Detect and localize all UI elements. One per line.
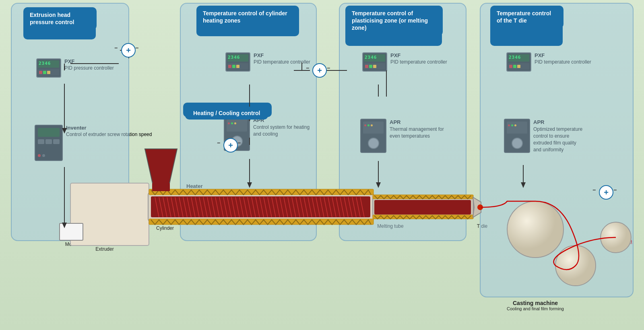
panel1-label: Extrusion head pressure control [24,7,97,30]
svg-rect-0 [11,3,129,241]
pxf4-desc: PID temperature controller [535,59,591,66]
inverter-label: Inventer Control of extruder screw rotat… [66,125,152,138]
pxf4-bottom [508,63,529,70]
apr3-unit [504,119,530,153]
svg-rect-17 [373,215,473,219]
pxf3-desc: PID temperature controller [390,59,447,66]
svg-rect-16 [373,195,473,199]
svg-rect-14 [149,189,374,195]
inverter-dots [38,154,45,157]
apr2-title: APR [390,119,450,126]
pxf-device-4: 2346 PXF PID temperature controller [506,52,591,72]
main-diagram: { "panels": { "panel1": { "label": "Extr… [0,0,644,330]
pxf2-desc: PID temperature controller [254,59,310,66]
svg-point-19 [477,204,483,210]
inverter-title: Inventer [66,125,152,132]
pxf3-screen: 2346 [362,52,387,72]
panel2-label: Temperature control of cylinder heating … [197,6,298,28]
panel4-label: Temperature control of the T die [491,6,564,28]
svg-rect-13 [374,200,471,214]
pxf1-desc: PID pressure controller [64,65,114,72]
apr2-unit [360,119,386,153]
minus-3a: − [306,65,309,71]
apr1-dots [228,122,236,124]
sum-junction-1: + [121,43,136,58]
casting-desc: Cooling and final film forming [503,306,568,311]
cylinder-label: Cylinder [149,225,181,231]
apr2-desc: Thermal management for even temperatures [390,126,450,140]
inverter-buttons [38,139,60,146]
pxf4-label: PXF PID temperature controller [535,52,591,65]
pxf1-bottom [38,69,59,76]
diagram-svg [0,0,644,330]
film-label: Film [620,237,632,244]
pxf4-title: PXF [535,52,591,59]
apr3-dots [508,124,516,126]
svg-rect-9 [70,183,149,245]
pxf-device-2: 2346 PXF PID temperature controller [225,52,310,72]
apr3-desc: Optimized temperature control to ensure … [533,126,586,153]
heating-cooling-label: Heating / Cooling control [185,107,268,120]
pxf3-bottom [364,63,385,70]
svg-rect-15 [149,219,374,225]
pxf3-digits: 2346 [365,55,377,60]
sum-junction-3: + [312,63,327,78]
pxf4-digits: 2346 [509,55,521,60]
svg-marker-29 [62,223,67,228]
apr3-label: APR Optimized temperature control to ens… [533,119,586,153]
svg-rect-12 [151,196,370,217]
svg-point-23 [507,201,564,258]
minus-4a: − [592,187,596,193]
pxf4-screen: 2346 [506,52,531,72]
melting-tube-label: Melting tube [366,223,415,229]
apr3-circle [512,138,523,149]
inverter-screen [38,128,60,137]
apr2-label: APR Thermal management for even temperat… [390,119,450,140]
svg-rect-10 [148,192,374,221]
apr-device-3: APR Optimized temperature control to ens… [504,119,586,153]
pxf-device-1: 2346 PXF PID pressure controller [36,58,114,78]
apr-device-2: APR Thermal management for even temperat… [360,119,450,153]
pxf1-title: PXF [64,58,114,65]
svg-marker-41 [376,182,381,188]
pxf-device-3: 2346 PXF PID temperature controller [362,52,447,72]
inverter-unit [35,125,63,161]
pxf2-digits: 2346 [228,55,240,60]
pxf1-screen: 2346 [36,58,61,78]
minus-2b: − [237,140,241,146]
panel3-label: Temperature control of plasticising zone… [346,6,443,36]
heater-label: Heater [186,183,202,189]
svg-point-24 [555,245,596,286]
minus-1b: − [135,45,138,51]
minus-2a: − [217,140,220,146]
pxf2-label: PXF PID temperature controller [254,52,310,65]
apr1-label: APR Control system for heating and cooli… [253,117,314,138]
pxf1-label: PXF PID pressure controller [64,58,114,71]
pxf3-title: PXF [390,52,447,59]
sum-junction-4: + [599,185,613,200]
apr3-title: APR [533,119,586,126]
apr1-desc: Control system for heating and cooling [253,124,314,138]
pxf1-digits: 2346 [39,61,51,66]
inverter-device: Inventer Control of extruder screw rotat… [35,125,152,161]
minus-3b: − [327,65,330,71]
pxf2-screen: 2346 [225,52,250,72]
svg-marker-43 [521,182,526,188]
minus-4b: − [613,187,617,193]
svg-marker-36 [247,182,252,188]
casting-machine-label: Casting machine Cooling and final film f… [503,300,568,311]
svg-marker-18 [473,197,481,217]
pxf3-label: PXF PID temperature controller [390,52,447,65]
t-die-label: T die [470,223,494,229]
svg-rect-21 [152,183,170,191]
inverter-desc: Control of extruder screw rotation speed [66,132,152,138]
casting-title: Casting machine [503,300,568,306]
extruder-label: Extruder [78,246,131,252]
minus-1a: − [114,45,118,51]
apr2-dots [364,124,373,126]
pxf2-bottom [227,63,248,70]
svg-rect-22 [60,223,83,240]
pxf2-title: PXF [254,52,310,59]
svg-rect-11 [373,197,473,217]
sum-junction-2: + [223,138,238,153]
